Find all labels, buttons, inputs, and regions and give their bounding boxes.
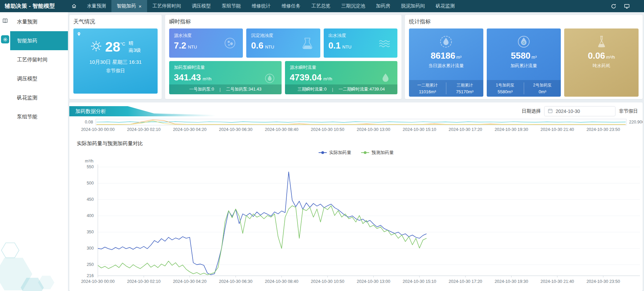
droplet-ring-icon [438, 34, 454, 50]
droplet-icon [379, 72, 392, 85]
legend-label: 实际加药量 [329, 150, 351, 156]
tab-1[interactable]: 水量预测 [82, 0, 111, 12]
droplet-gear-icon [516, 34, 532, 50]
sidebar-item-5[interactable]: 矾花监测 [10, 88, 68, 107]
tab-label: 维修任务 [282, 3, 301, 9]
sidebar-item-1[interactable]: 水量预测 [10, 12, 68, 31]
tab-close-icon[interactable]: × [139, 3, 142, 9]
svg-text:2024-10-30 10:50: 2024-10-30 10:50 [311, 279, 344, 284]
sidebar-item-label: 矾花监测 [17, 95, 37, 101]
dosing-chart: 216250300350400450500550m³/h2024-10-30 0… [69, 156, 643, 289]
flask-icon [594, 34, 609, 50]
tab-12[interactable]: 矾花监测 [430, 0, 460, 12]
datazoom-chart[interactable]: 0.08220.9062024-10-30 00:002024-10-30 02… [69, 119, 643, 132]
tab-8[interactable]: 工艺总览 [306, 0, 336, 12]
temperature-value: 28 [105, 40, 121, 54]
card-unit: m³ [456, 55, 461, 60]
card-unit: m³/h [203, 76, 212, 81]
instant-card-3: 出水浊度0.1NTU [324, 28, 397, 58]
location-pin-icon [77, 32, 81, 38]
footer-item: 三期瞬时流量:0 [298, 86, 326, 92]
card-value: 86186m³ [409, 51, 483, 61]
card-value: 4739.04m³/h [290, 73, 393, 82]
svg-text:550: 550 [87, 164, 94, 169]
tab-4[interactable]: 调压模型 [186, 0, 216, 12]
footer-cell: 一二期累计11016m³ [409, 82, 446, 94]
analysis-ribbon-title: 加药数据分析 [75, 108, 106, 114]
instant-wide-card-1: 加药泵瞬时流量341.43m³/h一号加药泵:0|二号加药泵:341.43 [169, 61, 282, 94]
svg-text:2024-10-30 06:30: 2024-10-30 06:30 [219, 127, 252, 132]
legend-item-2[interactable]: 预测加药量 [361, 150, 394, 156]
app: 辅助决策 - 智能模型 水量预测智能加药×工艺停留时间调压模型泵组节能维修统计维… [0, 0, 644, 291]
svg-text:450: 450 [87, 197, 94, 202]
refresh-button[interactable] [611, 3, 616, 9]
footer-item: 一二期瞬时流量:4739.04 [339, 86, 385, 92]
svg-text:300: 300 [87, 246, 94, 251]
card-unit: NTU [342, 44, 352, 50]
svg-text:2024-10-30 06:30: 2024-10-30 06:30 [219, 279, 252, 284]
legend-item-1[interactable]: 实际加药量 [318, 150, 351, 156]
footer-cell: 1号加药泵5580m³ [487, 82, 524, 94]
card-footer: 一号加药泵:0|二号加药泵:341.43 [169, 84, 282, 94]
tab-6[interactable]: 维修统计 [246, 0, 276, 12]
home-button[interactable] [68, 0, 80, 12]
sidebar-item-2[interactable]: 智能加药 [10, 31, 68, 50]
svg-text:400: 400 [87, 213, 94, 218]
tab-7[interactable]: 维修任务 [276, 0, 306, 12]
tab-label: 脱泥加药间 [401, 3, 425, 9]
svg-text:500: 500 [87, 181, 94, 186]
card-value: 0.06m³/h [564, 51, 639, 61]
stats-panel: 统计指标 86186m³当日源水累计流量一二期累计11016m³三期累计7517… [405, 15, 643, 99]
module-book-button[interactable] [2, 18, 8, 25]
footer-divider: | [332, 87, 333, 92]
bubbles-icon [222, 36, 237, 51]
waves-icon [377, 36, 392, 51]
tab-5[interactable]: 泵组节能 [216, 0, 246, 12]
sidebar-item-6[interactable]: 泵组节能 [10, 107, 68, 126]
instant-card-2: 沉淀池浊度0.6NTU [246, 28, 320, 58]
legend-marker [361, 150, 370, 155]
tab-label: 三期沉淀池 [341, 3, 365, 9]
topbar: 辅助决策 - 智能模型 水量预测智能加药×工艺停留时间调压模型泵组节能维修统计维… [0, 0, 644, 12]
footer-cell: 三期累计75170m³ [446, 82, 483, 94]
card-unit: NTU [265, 44, 274, 50]
legend-marker [318, 150, 327, 155]
stat-card-1: 86186m³当日源水累计流量一二期累计11016m³三期累计75170m³ [409, 28, 483, 97]
svg-text:2024-10-30 08:40: 2024-10-30 08:40 [265, 127, 299, 132]
tab-3[interactable]: 工艺停留时间 [147, 0, 186, 12]
sidebar-item-label: 水量预测 [17, 19, 37, 25]
tab-label: 调压模型 [192, 3, 211, 9]
svg-text:2024-10-30 02:10: 2024-10-30 02:10 [127, 279, 161, 284]
svg-text:0.08: 0.08 [85, 120, 93, 124]
card-footer: 一二期累计11016m³三期累计75170m³ [409, 80, 483, 97]
date-picker[interactable]: 2024-10-30 [544, 106, 615, 116]
main-content: 天气情况 28 °C 晴 [68, 12, 644, 291]
tab-9[interactable]: 三期沉淀池 [336, 0, 371, 12]
instant-card-1: 源水浊度7.2NTU [169, 28, 243, 58]
svg-text:2024-10-30 23:50: 2024-10-30 23:50 [587, 127, 620, 132]
module-model-button[interactable] [1, 35, 9, 43]
legend-label: 预测加药量 [372, 150, 394, 156]
fullscreen-button[interactable] [624, 3, 630, 9]
date-controls: 日期选择 2024-10-30 非节假日 [522, 106, 643, 116]
analysis-panel: 加药数据分析 日期选择 2024-10-30 非节假日 0.08220.906 [69, 102, 643, 291]
weather-temp-row: 28 °C 晴 南3级 [73, 28, 158, 54]
tab-11[interactable]: 脱泥加药间 [396, 0, 430, 12]
date-select-label: 日期选择 [522, 108, 541, 114]
sidebar-item-3[interactable]: 工艺停留时间 [10, 50, 68, 69]
sidebar-item-4[interactable]: 调压模型 [10, 69, 68, 88]
footer-value: 11016m³ [409, 89, 446, 94]
stats-cards: 86186m³当日源水累计流量一二期累计11016m³三期累计75170m³55… [409, 28, 639, 97]
card-value: 341.43m³/h [174, 73, 277, 82]
svg-text:350: 350 [87, 230, 94, 234]
svg-text:2024-10-30 15:10: 2024-10-30 15:10 [403, 127, 436, 132]
card-label: 当日源水累计流量 [409, 63, 483, 69]
svg-text:2024-10-30 19:30: 2024-10-30 19:30 [495, 279, 528, 284]
stat-card-3: 0.06m³/h吨水药耗 [564, 28, 639, 97]
tab-2[interactable]: 智能加药× [111, 0, 147, 12]
app-title: 辅助决策 - 智能模型 [0, 3, 68, 10]
card-unit: NTU [188, 44, 197, 50]
tab-label: 工艺停留时间 [153, 3, 181, 9]
tab-10[interactable]: 加药房 [371, 0, 396, 12]
svg-text:2024-10-30 19:30: 2024-10-30 19:30 [495, 127, 528, 132]
